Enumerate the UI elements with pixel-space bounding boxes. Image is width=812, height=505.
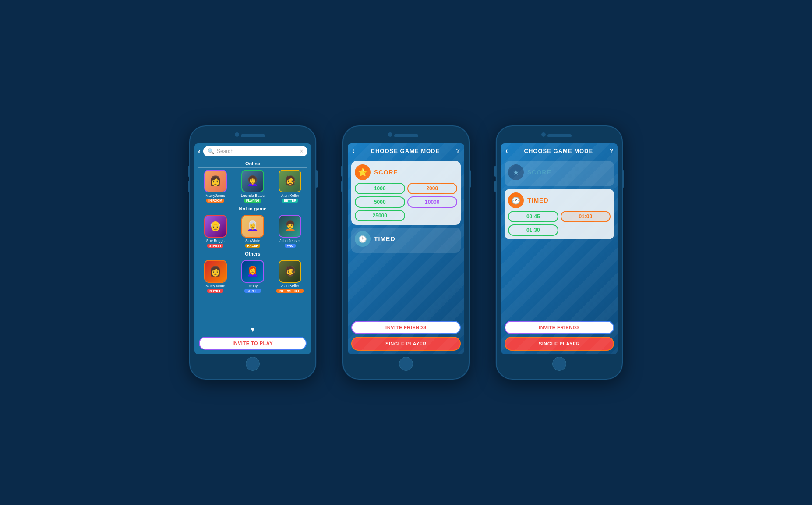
help-button[interactable]: ? — [456, 147, 460, 154]
invite-friends-button[interactable]: INVITE FRIENDS — [505, 321, 614, 334]
back-button[interactable]: ‹ — [198, 147, 201, 156]
list-item[interactable]: 👩 MarryJanne IN ROOM — [198, 170, 233, 203]
phone-home-button[interactable] — [246, 357, 260, 371]
avatar: 👩‍🦱 — [241, 170, 264, 192]
avatar-name: Alan Keller — [281, 284, 299, 288]
game-mode-screen-1: ‹ CHOOSE GAME MODE ? ⭐ SCORE 1000 2000 5… — [348, 143, 464, 354]
avatar-name: Alan Keller — [281, 193, 299, 198]
avatar: 🧔 — [279, 170, 301, 192]
timed-header: 🕐 TIMED — [355, 231, 457, 247]
avatar-name: Jenny — [248, 284, 258, 288]
list-item[interactable]: 🧔 Alan Keller INTERMEDIATE — [273, 260, 307, 293]
online-avatars: 👩 MarryJanne IN ROOM 👩‍🦱 Lucinda Bates P… — [194, 170, 311, 203]
game-header: ‹ CHOOSE GAME MODE ? — [348, 143, 464, 158]
phone-top-bar — [501, 134, 618, 141]
timed-icon: 🕐 — [355, 231, 371, 247]
divider-online — [198, 167, 307, 168]
list-item[interactable]: 👩‍🦳 SiaWhite RACER — [235, 215, 270, 248]
game-header: ‹ CHOOSE GAME MODE ? — [501, 143, 618, 158]
timed-options: 00:45 01:00 01:30 — [508, 211, 611, 236]
avatar-face: 🧑‍🦱 — [279, 216, 300, 237]
friends-screen: ‹ 🔍 Search × Online 👩 MarryJanne IN ROOM — [194, 143, 311, 354]
help-button[interactable]: ? — [609, 147, 613, 154]
status-badge: RACER — [245, 244, 261, 248]
invite-to-play-label: INVITE TO PLAY — [200, 338, 306, 349]
score-mode-card[interactable]: ⭐ SCORE 1000 2000 5000 10000 25000 — [351, 161, 461, 225]
phone-camera — [388, 132, 392, 137]
avatar: 👩 — [204, 260, 227, 283]
time-option-100[interactable]: 01:00 — [561, 211, 611, 222]
search-icon: 🔍 — [208, 148, 214, 154]
list-item[interactable]: 🧑‍🦱 John Jensen PRO — [273, 215, 307, 248]
avatar: 👩‍🦰 — [241, 260, 264, 283]
invite-to-play-button[interactable]: INVITE TO PLAY — [199, 337, 307, 350]
avatar-face: 👩‍🦰 — [242, 261, 263, 282]
divider-others — [198, 258, 307, 258]
mode-header: ★ SCORE — [508, 164, 611, 180]
phone-home-button[interactable] — [552, 357, 566, 371]
score-icon: ★ — [508, 164, 524, 180]
not-in-game-avatars: 👴 Sue Briggs STREET 👩‍🦳 SiaWhite RACER 🧑… — [194, 215, 311, 248]
status-badge: IN ROOM — [206, 199, 224, 203]
score-mode-card[interactable]: ★ SCORE — [505, 161, 614, 186]
avatar-name: John Jensen — [279, 238, 300, 243]
divider-not-in-game — [198, 213, 307, 213]
section-online: Online — [194, 161, 311, 166]
timed-label: TIMED — [527, 197, 549, 204]
phone-speaker — [241, 134, 265, 137]
time-option-45[interactable]: 00:45 — [508, 211, 558, 222]
timed-mode-card[interactable]: 🕐 TIMED — [351, 228, 461, 253]
game-content: ⭐ SCORE 1000 2000 5000 10000 25000 🕐 — [348, 158, 464, 318]
search-clear-icon[interactable]: × — [300, 148, 303, 154]
search-row: ‹ 🔍 Search × — [194, 143, 311, 159]
avatar: 👩‍🦳 — [241, 215, 264, 238]
phone-camera — [235, 132, 239, 137]
page-title: CHOOSE GAME MODE — [508, 148, 609, 154]
list-item[interactable]: 🧔 Alan Keller BETTER — [273, 170, 307, 203]
status-badge: PLAYING — [244, 199, 261, 203]
score-label: SCORE — [527, 169, 551, 176]
phone-home-button[interactable] — [399, 357, 413, 371]
avatar-name: MarryJanne — [205, 284, 225, 288]
mode-header: ⭐ SCORE — [355, 164, 457, 180]
game-content: ★ SCORE 🕐 TIMED 00:45 01:00 01:30 — [501, 158, 618, 318]
bottom-buttons: INVITE FRIENDS SINGLE PLAYER — [348, 318, 464, 354]
list-item[interactable]: 👴 Sue Briggs STREET — [198, 215, 233, 248]
page-title: CHOOSE GAME MODE — [354, 148, 456, 154]
score-option-25000[interactable]: 25000 — [355, 210, 405, 221]
status-badge: BETTER — [282, 199, 298, 203]
score-option-2000[interactable]: 2000 — [407, 183, 458, 194]
single-player-label: SINGLE PLAYER — [385, 341, 427, 346]
bottom-buttons: INVITE FRIENDS SINGLE PLAYER — [501, 318, 618, 354]
list-item[interactable]: 👩‍🦰 Jenny STREET — [235, 260, 270, 293]
score-option-10000[interactable]: 10000 — [407, 196, 458, 208]
invite-friends-button[interactable]: INVITE FRIENDS — [351, 321, 461, 334]
single-player-button[interactable]: SINGLE PLAYER — [351, 337, 461, 351]
timed-header: 🕐 TIMED — [508, 192, 611, 208]
avatar-face: 👩 — [205, 261, 226, 282]
timed-mode-card[interactable]: 🕐 TIMED 00:45 01:00 01:30 — [505, 189, 614, 239]
list-item[interactable]: 👩‍🦱 Lucinda Bates PLAYING — [235, 170, 270, 203]
avatar-face: 👩‍🦱 — [242, 171, 263, 192]
time-option-130[interactable]: 01:30 — [508, 224, 558, 236]
single-player-button[interactable]: SINGLE PLAYER — [505, 337, 614, 351]
phone-top-bar — [348, 134, 464, 141]
avatar-face: 🧔 — [279, 261, 300, 282]
score-label: SCORE — [374, 169, 398, 176]
phone-speaker — [394, 134, 418, 137]
score-icon: ⭐ — [355, 164, 371, 180]
avatar: 🧑‍🦱 — [279, 215, 301, 238]
avatar: 👩 — [204, 170, 227, 192]
avatar-name: MarryJanne — [205, 193, 225, 198]
game-mode-screen-2: ‹ CHOOSE GAME MODE ? ★ SCORE — [501, 143, 618, 354]
phone-speaker — [547, 134, 572, 137]
timed-label: TIMED — [374, 235, 395, 242]
search-bar[interactable]: 🔍 Search × — [203, 146, 307, 156]
score-option-5000[interactable]: 5000 — [355, 196, 405, 208]
score-option-1000[interactable]: 1000 — [355, 183, 405, 194]
list-item[interactable]: 👩 MarryJanne NOVICE — [198, 260, 233, 293]
phone-top-bar — [194, 134, 311, 141]
avatar-name: SiaWhite — [245, 238, 260, 243]
others-avatars: 👩 MarryJanne NOVICE 👩‍🦰 Jenny STREET 🧔 — [194, 260, 311, 293]
search-placeholder: Search — [217, 148, 297, 154]
